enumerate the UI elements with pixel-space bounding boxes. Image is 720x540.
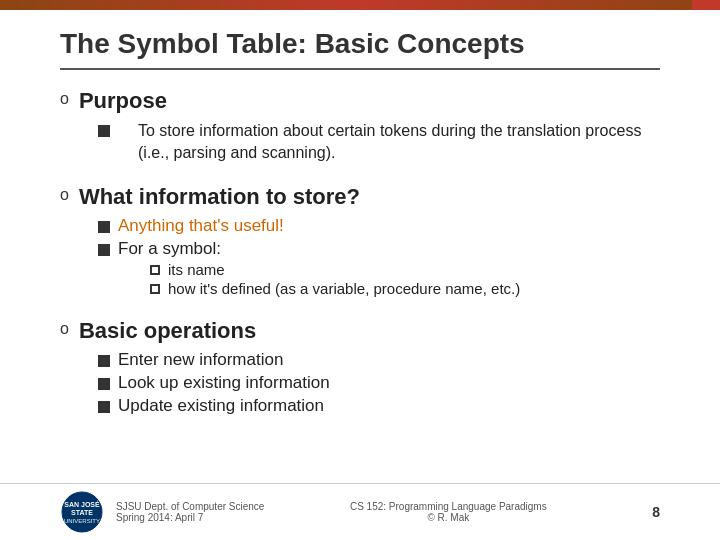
slide: The Symbol Table: Basic Concepts o Purpo…	[0, 0, 720, 540]
course-line1: CS 152: Programming Language Paradigms	[350, 501, 547, 512]
svg-text:STATE: STATE	[71, 509, 93, 516]
sub-bullet-icon	[98, 378, 110, 390]
list-item: how it's defined (as a variable, procedu…	[150, 280, 520, 297]
svg-text:UNIVERSITY: UNIVERSITY	[64, 518, 100, 524]
its-name-text: its name	[168, 261, 225, 278]
sub-bullet-icon	[98, 125, 110, 137]
main-bullet-purpose: o Purpose	[60, 88, 660, 114]
whatinfo-heading: What information to store?	[79, 184, 360, 210]
section-purpose: o Purpose To store information about cer…	[60, 88, 660, 168]
update-text: Update existing information	[118, 396, 324, 416]
purpose-heading: Purpose	[79, 88, 167, 114]
for-symbol-text: For a symbol:	[118, 239, 520, 259]
slide-title: The Symbol Table: Basic Concepts	[60, 28, 660, 70]
lookup-text: Look up existing information	[118, 373, 330, 393]
institution-line1: SJSU Dept. of Computer Science	[116, 501, 264, 512]
main-bullet-whatinfo: o What information to store?	[60, 184, 660, 210]
svg-text:SAN JOSÉ: SAN JOSÉ	[64, 500, 100, 508]
top-bar	[0, 0, 720, 10]
enter-new-text: Enter new information	[118, 350, 283, 370]
slide-content: The Symbol Table: Basic Concepts o Purpo…	[0, 10, 720, 483]
list-item: its name	[150, 261, 520, 278]
slide-footer: SAN JOSÉ STATE UNIVERSITY SJSU Dept. of …	[0, 483, 720, 540]
list-item: Anything that's useful!	[98, 216, 660, 236]
whatinfo-sub-items: Anything that's useful! For a symbol: it…	[98, 216, 660, 299]
list-item: Look up existing information	[98, 373, 660, 393]
sjsu-logo: SAN JOSÉ STATE UNIVERSITY	[60, 490, 104, 534]
sub-sub-bullet-icon	[150, 284, 160, 294]
bullet-icon-whatinfo: o	[60, 186, 69, 204]
section-basic-ops: o Basic operations Enter new information…	[60, 318, 660, 419]
footer-course-info: CS 152: Programming Language Paradigms ©…	[350, 501, 547, 523]
course-line2: © R. Mak	[350, 512, 547, 523]
sub-bullet-icon	[98, 244, 110, 256]
list-item: Enter new information	[98, 350, 660, 370]
how-defined-text: how it's defined (as a variable, procedu…	[168, 280, 520, 297]
institution-line2: Spring 2014: April 7	[116, 512, 264, 523]
section-what-info: o What information to store? Anything th…	[60, 184, 660, 302]
list-item: To store information about certain token…	[98, 120, 660, 165]
sub-bullet-icon	[98, 401, 110, 413]
page-number: 8	[632, 504, 660, 520]
main-bullet-basicops: o Basic operations	[60, 318, 660, 344]
footer-institution-info: SJSU Dept. of Computer Science Spring 20…	[116, 501, 264, 523]
sub-bullet-icon	[98, 355, 110, 367]
symbol-sub-items: its name how it's defined (as a variable…	[150, 261, 520, 299]
purpose-description: To store information about certain token…	[138, 120, 660, 165]
red-accent-square	[692, 0, 720, 10]
sub-bullet-icon	[98, 221, 110, 233]
basicops-heading: Basic operations	[79, 318, 256, 344]
list-item: For a symbol: its name how it's defined …	[98, 239, 660, 299]
bullet-icon-purpose: o	[60, 90, 69, 108]
basicops-sub-items: Enter new information Look up existing i…	[98, 350, 660, 416]
purpose-sub-items: To store information about certain token…	[98, 120, 660, 165]
sub-sub-bullet-icon	[150, 265, 160, 275]
list-item: Update existing information	[98, 396, 660, 416]
anything-useful-text: Anything that's useful!	[118, 216, 284, 236]
bullet-icon-basicops: o	[60, 320, 69, 338]
